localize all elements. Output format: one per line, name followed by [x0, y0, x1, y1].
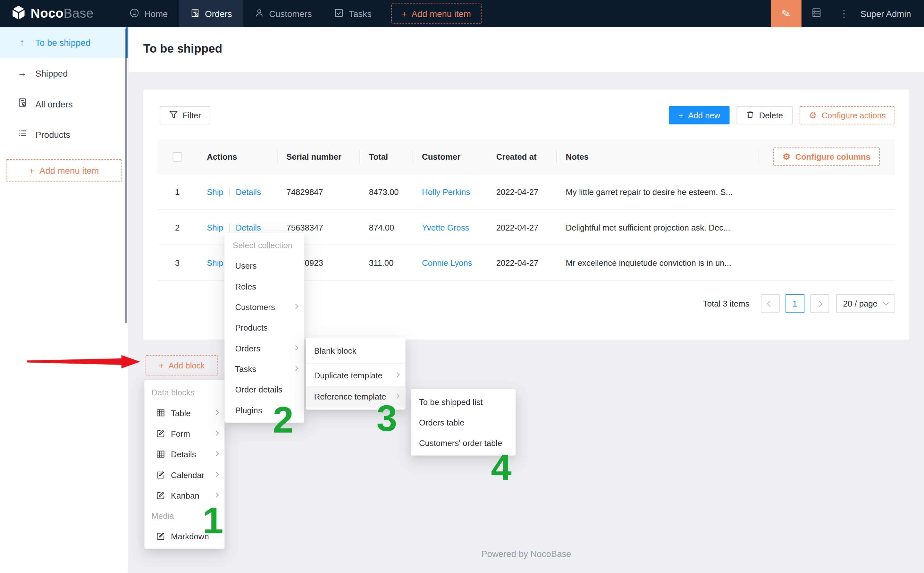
filter-button[interactable]: Filter — [159, 106, 210, 124]
menu-item-calendar[interactable]: Calendar — [144, 464, 224, 485]
customer-link[interactable]: Yvette Gross — [422, 222, 469, 232]
pen-icon: ✎ — [780, 6, 792, 21]
chevron-right-icon — [293, 345, 299, 351]
cube-logo-icon — [11, 5, 27, 23]
next-page-button[interactable] — [810, 294, 829, 313]
nav-item-customers[interactable]: Customers — [243, 0, 323, 27]
page-1-button[interactable]: 1 — [785, 294, 804, 313]
column-header-actions[interactable]: Actions — [197, 139, 277, 174]
ship-link[interactable]: Ship — [207, 222, 224, 232]
ui-editor-button[interactable]: ✎ — [771, 0, 802, 27]
cell-serial-number: 74829847 — [277, 187, 360, 197]
nav-add-menu-item-label: Add menu item — [411, 9, 471, 19]
nav-add-menu-item-button[interactable]: + Add menu item — [391, 3, 482, 23]
ship-link[interactable]: Ship — [207, 258, 224, 267]
row-index: 3 — [158, 258, 197, 267]
ship-link[interactable]: Ship — [207, 187, 224, 197]
chevron-right-icon — [816, 301, 822, 307]
cell-created-at: 2022-04-27 — [487, 187, 556, 197]
prev-page-button[interactable] — [760, 294, 779, 313]
menu-item-duplicate-template[interactable]: Duplicate template — [306, 365, 406, 386]
column-header-notes[interactable]: Notes — [556, 139, 758, 174]
menu-item-order-details[interactable]: Order details — [224, 379, 304, 399]
menu-item-label: Calendar — [171, 470, 204, 479]
sidebar-item-to-be-shipped[interactable]: ↑ To be shipped — [0, 27, 128, 58]
menu-item-label: Kanban — [171, 491, 199, 500]
page-size-select[interactable]: 20 / page — [836, 294, 896, 313]
column-header-created-at[interactable]: Created at — [487, 139, 556, 174]
pagination: Total 3 items 1 20 / page — [703, 294, 895, 313]
menu-item-tasks[interactable]: Tasks — [224, 359, 304, 379]
api-panel-button[interactable] — [802, 0, 831, 27]
nav-item-home[interactable]: Home — [118, 0, 179, 27]
menu-item-table[interactable]: Table — [144, 402, 224, 423]
page-header: To be shipped — [128, 27, 924, 72]
sidebar-item-shipped[interactable]: → Shipped — [0, 58, 128, 89]
configure-columns-button[interactable]: ⚙ Configure columns — [773, 147, 880, 166]
nav-item-label: Customers — [269, 9, 312, 19]
pagination-total: Total 3 items — [703, 299, 749, 308]
annotation-number-3: 3 — [377, 399, 397, 437]
sidebar-item-all-orders[interactable]: All orders — [0, 89, 128, 119]
select-all-checkbox[interactable] — [173, 152, 182, 161]
menu-item-roles[interactable]: Roles — [224, 276, 304, 296]
form-edit-icon — [156, 491, 165, 500]
details-link[interactable]: Details — [236, 222, 261, 232]
menu-item-blank-block[interactable]: Blank block — [306, 340, 406, 362]
cell-notes: My little garret repair to desire he est… — [556, 187, 758, 197]
menu-item-details[interactable]: Details — [144, 444, 224, 464]
add-new-button[interactable]: + Add new — [669, 106, 730, 124]
nocobase-logo[interactable]: NocoBase — [0, 5, 118, 23]
add-block-button[interactable]: + Add block — [145, 355, 218, 375]
table-grid-icon — [156, 449, 165, 459]
customer-link[interactable]: Connie Lyons — [422, 258, 472, 267]
menu-item-orders-table[interactable]: Orders table — [411, 412, 516, 432]
filter-label: Filter — [183, 111, 201, 120]
sidebar-item-label: Shipped — [35, 68, 68, 78]
person-icon — [254, 8, 264, 19]
menu-group-label: Data blocks — [144, 382, 224, 402]
menu-item-label: Products — [235, 323, 268, 332]
column-header-serial-number[interactable]: Serial number — [277, 139, 360, 174]
menu-item-to-be-shipped-list[interactable]: To be shipped list — [411, 391, 516, 412]
table-grid-icon — [156, 409, 165, 418]
menu-item-products[interactable]: Products — [224, 317, 304, 338]
nav-item-orders[interactable]: Orders — [179, 0, 243, 27]
navbar-right-cluster: ✎ ⋮ Super Admin — [771, 0, 924, 27]
sidebar-item-label: All orders — [35, 99, 72, 109]
table-header-row: Actions Serial number Total Customer Cre… — [158, 139, 895, 174]
menu-item-label: Details — [171, 449, 196, 459]
cell-notes: Mr excellence inquietude conviction is i… — [556, 258, 758, 267]
gear-icon: ⚙ — [783, 152, 791, 161]
page-size-value: 20 / page — [843, 299, 877, 308]
menu-item-users[interactable]: Users — [224, 255, 304, 276]
menu-item-label: Tasks — [235, 364, 256, 373]
arrow-right-icon: → — [17, 68, 27, 78]
nav-item-tasks[interactable]: Tasks — [323, 0, 383, 27]
menu-divider — [306, 363, 406, 363]
top-navbar: NocoBase Home Orders Customers Tasks — [0, 0, 924, 27]
sidebar-item-label: Products — [35, 129, 70, 139]
details-link[interactable]: Details — [236, 187, 261, 197]
menu-item-form[interactable]: Form — [144, 423, 224, 444]
menu-item-customers[interactable]: Customers — [224, 297, 304, 317]
cell-notes: Delightful met sufficient projection ask… — [556, 222, 758, 232]
chevron-right-icon — [293, 304, 299, 309]
column-header-configure: ⚙ Configure columns — [758, 139, 895, 174]
sidebar-add-menu-item-label: Add menu item — [39, 166, 99, 175]
form-edit-icon — [156, 429, 165, 438]
sidebar-item-products[interactable]: Products — [0, 119, 128, 150]
column-header-customer[interactable]: Customer — [413, 139, 487, 174]
sidebar-scrollbar[interactable] — [125, 28, 127, 323]
customer-link[interactable]: Holly Perkins — [422, 187, 470, 197]
menu-item-label: Reference template — [314, 392, 386, 401]
action-divider — [229, 188, 230, 196]
delete-button[interactable]: Delete — [737, 106, 793, 124]
column-header-total[interactable]: Total — [360, 139, 412, 174]
menu-item-orders[interactable]: Orders — [224, 338, 304, 358]
current-user-menu[interactable]: Super Admin — [857, 9, 924, 19]
footer-powered-by: Powered by NocoBase — [128, 549, 924, 559]
more-options-button[interactable]: ⋮ — [831, 0, 857, 27]
sidebar-add-menu-item-button[interactable]: + Add menu item — [6, 159, 122, 182]
configure-actions-button[interactable]: ⚙ Configure actions — [800, 106, 896, 124]
